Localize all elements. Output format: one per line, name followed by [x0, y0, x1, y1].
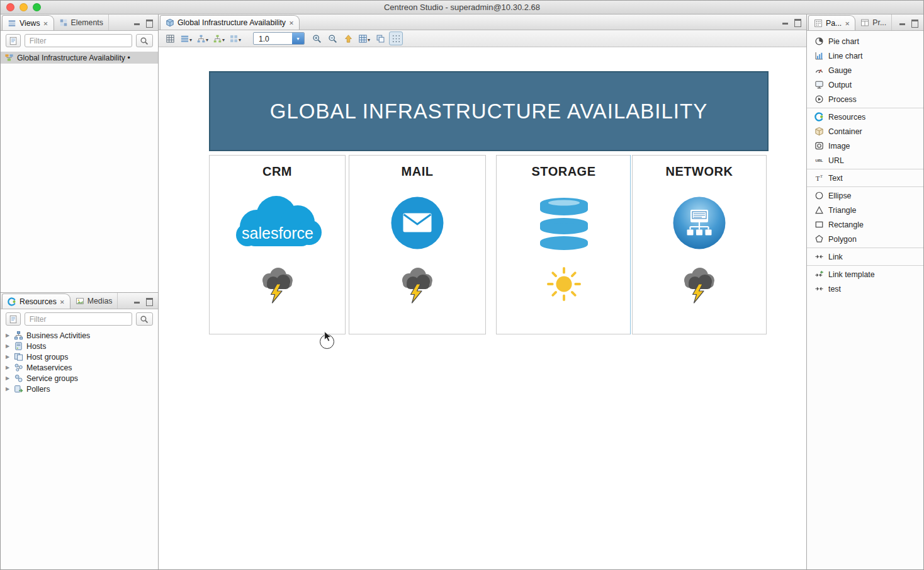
minimize-icon[interactable] — [782, 18, 789, 26]
disclosure-icon[interactable] — [4, 375, 11, 381]
new-view-button[interactable] — [6, 34, 21, 47]
tree-item-pollers[interactable]: Pollers — [1, 384, 158, 394]
disclosure-icon[interactable] — [4, 333, 11, 338]
zoom-value: 1.0 — [254, 33, 292, 44]
chevron-down-icon — [368, 33, 370, 44]
layout-matrix-button[interactable] — [228, 31, 242, 45]
palette-item-pie-chart[interactable]: Pie chart — [807, 34, 923, 48]
widget-box-mail[interactable]: MAIL — [349, 155, 486, 334]
layout-tree-alt-button[interactable] — [211, 31, 226, 45]
palette-item-test[interactable]: test — [807, 282, 923, 296]
tab-palette[interactable]: Pa... — [808, 15, 855, 30]
palette-item-image[interactable]: Image — [807, 139, 923, 153]
grid-button[interactable] — [163, 31, 177, 45]
tree-item-label: Service groups — [26, 374, 78, 383]
disclosure-icon[interactable] — [4, 365, 11, 370]
storm-cloud-icon — [397, 267, 437, 305]
grid-toggle-icon — [392, 34, 401, 43]
palette-item-label: Image — [828, 142, 850, 151]
layout-tree-button[interactable] — [195, 31, 210, 45]
close-window-button[interactable] — [6, 3, 14, 11]
zoom-combo[interactable]: 1.0 — [253, 32, 305, 45]
layout-rows-button[interactable] — [179, 31, 193, 45]
views-search-button[interactable] — [136, 34, 153, 47]
disclosure-icon[interactable] — [4, 386, 11, 392]
tree-item-label: Host groups — [26, 353, 68, 362]
palette-item-line-chart[interactable]: Line chart — [807, 48, 923, 63]
grid-toggle-button[interactable] — [389, 31, 403, 45]
palette-item-rectangle[interactable]: Rectangle — [807, 217, 923, 232]
close-icon[interactable] — [289, 18, 294, 27]
close-icon[interactable] — [845, 19, 850, 28]
tab-views[interactable]: Views — [2, 15, 54, 30]
widget-box-network[interactable]: NETWORK — [632, 155, 767, 334]
palette-item-label: Rectangle — [828, 220, 864, 229]
palette-item-process[interactable]: Process — [807, 92, 923, 106]
palette-item-polygon[interactable]: Polygon — [807, 232, 923, 246]
banner[interactable]: GLOBAL INFRASTRUCTURE AVAILABILITY — [209, 71, 769, 151]
maximize-icon[interactable] — [145, 19, 153, 26]
tree-item-host-groups[interactable]: Host groups — [1, 351, 158, 362]
palette-item-link-template[interactable]: Link template — [807, 267, 923, 282]
tab-resources[interactable]: Resources — [2, 294, 70, 309]
tab-medias-label: Medias — [87, 297, 113, 305]
maximize-icon[interactable] — [911, 19, 918, 26]
zoom-out-button[interactable] — [325, 31, 339, 45]
palette-item-text[interactable]: TTText — [807, 171, 923, 185]
move-up-button[interactable] — [341, 31, 355, 45]
palette-item-link[interactable]: Link — [807, 249, 923, 264]
minimize-icon[interactable] — [133, 297, 141, 305]
disclosure-icon[interactable] — [4, 343, 11, 349]
views-panel: Views Elements — [1, 14, 158, 293]
maximize-icon[interactable] — [794, 18, 801, 26]
tree-item-metaservices[interactable]: Metaservices — [1, 362, 158, 373]
minimize-icon[interactable] — [133, 19, 141, 26]
titlebar: Centreon Studio - superadmin@10.30.2.68 — [1, 1, 923, 14]
overlap-button[interactable] — [373, 31, 387, 45]
editor-canvas[interactable]: GLOBAL INFRASTRUCTURE AVAILABILITY CRM s… — [159, 47, 806, 569]
views-filter-input[interactable] — [25, 34, 132, 47]
tab-elements[interactable]: Elements — [54, 14, 109, 30]
close-icon[interactable] — [60, 297, 65, 306]
tab-properties[interactable]: Pr... — [855, 14, 892, 30]
palette-item-container[interactable]: Container — [807, 124, 923, 139]
chevron-down-icon — [222, 33, 225, 44]
tree-item-label: Pollers — [26, 385, 50, 394]
tree-item-hosts[interactable]: Hosts — [1, 341, 158, 351]
widget-box-storage[interactable]: STORAGE — [496, 155, 631, 334]
views-tree: Global Infrastructure Availability • — [1, 50, 158, 64]
disclosure-icon[interactable] — [4, 354, 11, 360]
palette-item-triangle[interactable]: Triangle — [807, 203, 923, 217]
medias-icon — [76, 297, 84, 305]
minimize-window-button[interactable] — [20, 3, 28, 11]
minimize-icon[interactable] — [899, 19, 906, 26]
snap-grid-button[interactable] — [357, 31, 371, 45]
tab-resources-label: Resources — [20, 297, 57, 306]
tab-properties-label: Pr... — [872, 18, 886, 27]
widget-box-crm[interactable]: CRM salesforce — [209, 155, 346, 334]
palette-item-ellipse[interactable]: Ellipse — [807, 188, 923, 203]
palette-item-gauge[interactable]: Gauge — [807, 63, 923, 77]
new-resource-button[interactable] — [6, 312, 21, 326]
palette-item-label: Container — [828, 127, 862, 136]
resources-tree: Business Activities Hosts Host groups Me… — [1, 329, 158, 394]
tree-item-view[interactable]: Global Infrastructure Availability • — [1, 52, 158, 64]
zoom-in-button[interactable] — [310, 31, 324, 45]
palette-item-resources[interactable]: Resources — [807, 110, 923, 124]
palette-item-output[interactable]: Output — [807, 77, 923, 92]
editor-tab[interactable]: Global Infrastructure Availability — [160, 15, 300, 30]
resources-filter-input[interactable] — [25, 312, 132, 326]
zoom-dropdown-button[interactable] — [292, 33, 304, 44]
close-icon[interactable] — [43, 19, 48, 28]
tab-medias[interactable]: Medias — [70, 293, 118, 309]
layout-tree-alt-icon — [213, 34, 222, 43]
palette-item-url[interactable]: URLURL — [807, 153, 923, 168]
zoom-window-button[interactable] — [33, 3, 41, 11]
maximize-icon[interactable] — [145, 297, 153, 305]
banner-text: GLOBAL INFRASTRUCTURE AVAILABILITY — [270, 100, 707, 123]
tree-item-business-activities[interactable]: Business Activities — [1, 330, 158, 341]
palette-item-label: Line chart — [828, 52, 862, 60]
resources-search-button[interactable] — [136, 312, 153, 326]
process-icon — [814, 94, 824, 104]
tree-item-service-groups[interactable]: Service groups — [1, 373, 158, 384]
